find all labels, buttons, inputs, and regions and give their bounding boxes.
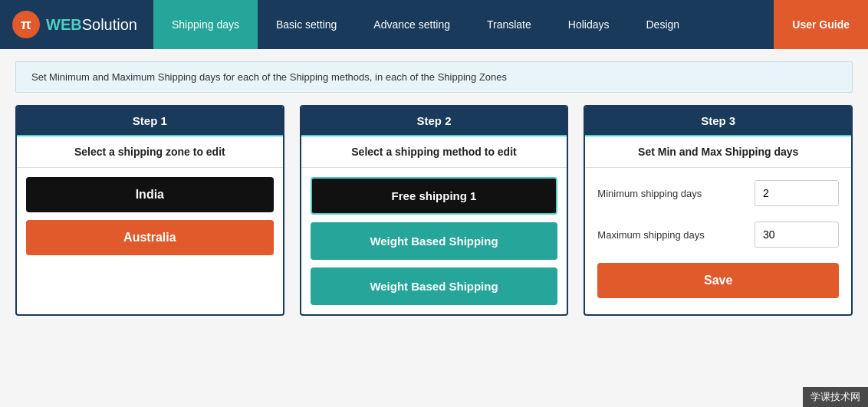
- step3-box: Step 3 Set Min and Max Shipping days Min…: [584, 105, 853, 316]
- method-weight-based-1-button[interactable]: Weight Based Shipping: [311, 222, 558, 260]
- zone-india-button[interactable]: India: [26, 177, 274, 212]
- app-header: π WEBSolution Shipping days Basic settin…: [0, 0, 868, 49]
- step3-subheader: Set Min and Max Shipping days: [585, 136, 851, 168]
- max-days-row: Maximum shipping days: [597, 222, 839, 248]
- method-free-shipping-button[interactable]: Free shipping 1: [311, 177, 558, 215]
- tab-advance-setting[interactable]: Advance setting: [355, 0, 469, 49]
- max-days-label: Maximum shipping days: [597, 229, 745, 241]
- tab-holidays[interactable]: Holidays: [550, 0, 628, 49]
- step2-box: Step 2 Select a shipping method to edit …: [300, 105, 569, 316]
- info-bar: Set Minimum and Maximum Shipping days fo…: [15, 61, 853, 93]
- logo-bold: WEB: [46, 16, 82, 33]
- tab-basic-setting[interactable]: Basic setting: [258, 0, 355, 49]
- logo-text: WEBSolution: [46, 16, 137, 34]
- step2-content: Free shipping 1 Weight Based Shipping We…: [301, 168, 567, 314]
- min-days-label: Minimum shipping days: [597, 188, 745, 199]
- tab-translate[interactable]: Translate: [469, 0, 550, 49]
- step1-content: India Australia: [17, 168, 283, 264]
- logo-icon: π: [12, 11, 40, 38]
- step3-header: Step 3: [585, 107, 851, 136]
- user-guide-button[interactable]: User Guide: [774, 0, 868, 49]
- max-days-input[interactable]: [755, 222, 839, 248]
- tab-design[interactable]: Design: [628, 0, 699, 49]
- logo-area: π WEBSolution: [0, 0, 153, 49]
- step2-header: Step 2: [301, 107, 567, 136]
- steps-container: Step 1 Select a shipping zone to edit In…: [0, 105, 868, 331]
- step1-box: Step 1 Select a shipping zone to edit In…: [15, 105, 284, 316]
- min-days-row: Minimum shipping days: [597, 180, 839, 206]
- logo-regular: Solution: [82, 16, 137, 33]
- step1-header: Step 1: [17, 107, 283, 136]
- save-button[interactable]: Save: [597, 263, 839, 298]
- step1-subheader: Select a shipping zone to edit: [17, 136, 283, 168]
- tab-shipping-days[interactable]: Shipping days: [153, 0, 258, 49]
- method-weight-based-2-button[interactable]: Weight Based Shipping: [311, 268, 558, 305]
- zone-australia-button[interactable]: Australia: [26, 220, 274, 255]
- nav-tabs: Shipping days Basic setting Advance sett…: [153, 0, 774, 49]
- step3-settings: Minimum shipping days Maximum shipping d…: [585, 168, 851, 310]
- step2-subheader: Select a shipping method to edit: [301, 136, 567, 168]
- info-bar-text: Set Minimum and Maximum Shipping days fo…: [31, 71, 507, 83]
- min-days-input[interactable]: [755, 180, 839, 206]
